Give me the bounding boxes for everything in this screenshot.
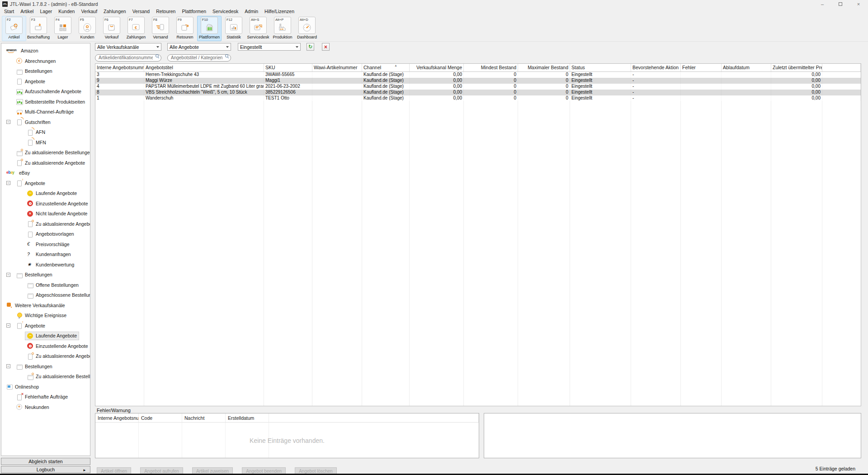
sidebar-section-weitere-verkaufskan-le[interactable]: Weitere Verkaufskanäle (1, 300, 90, 311)
sidebar-item-wichtige-ereignisse[interactable]: Wichtige Ereignisse (1, 310, 90, 321)
sidebar-item-laufende-angebote[interactable]: ···Laufende Angebote (1, 331, 90, 341)
sidebar-item-zu-aktualisierende-bestellungen[interactable]: Zu aktualisierende Bestellungen (1, 371, 90, 382)
ribbon-statistik-button[interactable]: F12 Statistik (222, 16, 246, 41)
menu-item-artikel[interactable]: Artikel (17, 8, 37, 14)
offers-filter-dropdown[interactable]: Alle Angebote (167, 43, 231, 51)
sidebar-item-zu-aktualisierende-bestellungen[interactable]: Zu aktualisierende Bestellungen (1, 147, 90, 158)
ribbon-plattformen-button[interactable]: F10 Plattformen (197, 16, 222, 41)
ribbon-servicedesk-button[interactable]: Alt+S Servicedesk (246, 16, 270, 41)
sidebar-section-onlineshop[interactable]: Onlineshop (1, 382, 90, 392)
ribbon-artikel-button[interactable]: F2 Artikel (2, 16, 26, 41)
ribbon-zahlungen-button[interactable]: F7 € Zahlungen (124, 16, 148, 41)
close-button[interactable]: × (855, 1, 862, 7)
sidebar-item-zu-aktualisierende-angebote[interactable]: Zu aktualisierende Angebote (1, 351, 90, 361)
ribbon-dashboard-button[interactable]: Alt+D Dashboard (295, 16, 319, 41)
column-header-verkaufskanal-menge[interactable]: Verkaufskanal Menge (410, 64, 464, 71)
column-header-channel[interactable]: Channel▲ (362, 64, 410, 71)
sidebar-item-laufende-angebote[interactable]: ···Laufende Angebote (1, 188, 90, 199)
table-row[interactable]: 1WanderschuhTEST1 OttoKaufland.de (Stage… (95, 95, 861, 101)
menu-item-servicedesk[interactable]: Servicedesk (209, 8, 241, 14)
offer-title-search-input[interactable] (167, 54, 231, 62)
menu-item-verkauf[interactable]: Verkauf (78, 8, 100, 14)
ribbon-versand-button[interactable]: F8 Versand (148, 16, 173, 41)
error-column-header-interne-angebotsnummer[interactable]: Interne Angebotsnummer (95, 413, 139, 422)
sidebar-item-angebote[interactable]: −↑Angebote (1, 321, 90, 331)
sidebar-item-zu-aktualisierende-angebote[interactable]: Zu aktualisierende Angebote (1, 158, 90, 168)
table-row[interactable]: 8VBS Streichholzschachteln "Weiß", 5 cm,… (95, 90, 861, 95)
ribbon-verkauf-button[interactable]: F6 Verkauf (99, 16, 124, 41)
column-header-mindest-bestand[interactable]: Mindest Bestand (464, 64, 518, 71)
ribbon-retouren-button[interactable]: F9 Retouren (173, 16, 197, 41)
collapse-expander-icon[interactable]: − (6, 273, 10, 277)
sidebar-item-afn[interactable]: AFN (1, 127, 90, 138)
sidebar-item-angebote[interactable]: Angebote (1, 76, 90, 87)
menu-item-retouren[interactable]: Retouren (153, 8, 179, 14)
menu-item-start[interactable]: Start (1, 8, 17, 14)
error-column-header-code[interactable]: Code (139, 413, 182, 422)
sidebar-item-angebote[interactable]: −↑Angebote (1, 178, 90, 189)
sidebar-item-bestellungen[interactable]: −Bestellungen (1, 361, 90, 372)
sidebar-item-multi-channel-auftr-ge[interactable]: Multi-Channel-Aufträge (1, 107, 90, 117)
sidebar-item-angebotsvorlagen[interactable]: Angebotsvorlagen (1, 229, 90, 239)
error-column-header-nachricht[interactable]: Nachricht (182, 413, 226, 422)
ribbon-lager-button[interactable]: F4 Lager (51, 16, 75, 41)
sidebar-item-zu-aktualisierende-angebote[interactable]: Zu aktualisierende Angebote (1, 219, 90, 229)
column-header-maximaler-bestand[interactable]: Maximaler Bestand (518, 64, 570, 71)
menu-item-plattformen[interactable]: Plattformen (179, 8, 209, 14)
menu-item-admin[interactable]: Admin (241, 8, 261, 14)
sidebar-item-einzustellende-angebote[interactable]: Einzustellende Angebote (1, 199, 90, 209)
sidebar-item-einzustellende-angebote[interactable]: Einzustellende Angebote (1, 341, 90, 352)
column-header-ablaufdatum[interactable]: Ablaufdatum (722, 64, 771, 71)
sidebar-item-bestellungen[interactable]: Bestellungen (1, 66, 90, 76)
ribbon-produktion-button[interactable]: Alt+P Produktion (270, 16, 295, 41)
refresh-button[interactable]: ↻ (307, 43, 314, 51)
sidebar-item-kundenanfragen[interactable]: ?Kundenanfragen (1, 249, 90, 260)
clear-filter-button[interactable]: × (322, 43, 330, 51)
collapse-expander-icon[interactable]: − (6, 181, 10, 185)
sidebar-item-kundenbewertung[interactable]: ★Kundenbewertung (1, 260, 90, 270)
menu-item-kunden[interactable]: Kunden (55, 8, 78, 14)
column-header-zuletzt-bermittelter-preis[interactable]: Zuletzt übermittelter Preis (771, 64, 822, 71)
error-column-header-erstelldatum[interactable]: Erstelldatum (226, 413, 269, 422)
sidebar-item-mfn[interactable]: MFN (1, 138, 90, 148)
sidebar-section-amazon[interactable]: amazonAmazon (1, 46, 90, 56)
column-header-bevorstehende-aktion[interactable]: Bevorstehende Aktion (631, 64, 681, 71)
table-row[interactable]: 4PAPSTAR Mülleimerbeutel LDPE mit Zugban… (95, 84, 861, 90)
maximize-button[interactable] (837, 1, 844, 7)
sidebar-item-bestellungen[interactable]: −Bestellungen (1, 270, 90, 280)
logbook-button[interactable]: Logbuch► (1, 466, 90, 473)
table-row[interactable]: 9Maggi WürzeMaggi1Kaufland.de (Stage)0,0… (95, 78, 861, 84)
column-header-angebotstitel[interactable]: Angebotstitel (144, 64, 264, 71)
sidebar-item-abgeschlossene-bestellungen[interactable]: Abgeschlossene Bestellungen (1, 290, 90, 300)
sidebar-section-ebay[interactable]: ebayeBay (1, 168, 90, 178)
menu-item-versand[interactable]: Versand (129, 8, 153, 14)
collapse-expander-icon[interactable]: − (6, 120, 10, 124)
sidebar-item-preisvorschl-ge[interactable]: €Preisvorschläge (1, 239, 90, 250)
sidebar-item-aufzuschaltende-angebote[interactable]: Aufzuschaltende Angebote (1, 86, 90, 97)
sidebar-item-offene-bestellungen[interactable]: Offene Bestellungen (1, 280, 90, 290)
sidebar-item-neukunden[interactable]: +Neukunden (1, 402, 90, 413)
column-header-fehler[interactable]: Fehler (681, 64, 722, 71)
sidebar-item-fehlerhafte-auftr-ge[interactable]: ×Fehlerhafte Aufträge (1, 392, 90, 402)
collapse-expander-icon[interactable]: − (6, 364, 10, 368)
ribbon-beschaffung-button[interactable]: F3 Beschaffung (26, 16, 51, 41)
article-id-search-input[interactable] (95, 54, 161, 62)
menu-item-zahlungen[interactable]: Zahlungen (100, 8, 129, 14)
status-filter-dropdown[interactable]: Eingestellt (238, 43, 301, 51)
column-header-wawi-artikelnummer[interactable]: Wawi-Artikelnummer (312, 64, 362, 71)
column-header-sku[interactable]: SKU (264, 64, 312, 71)
column-header-status[interactable]: Status (570, 64, 631, 71)
table-row[interactable]: 3Herren-Trekkingschuhe 433WAWI-55665Kauf… (95, 72, 861, 78)
menu-item-lager[interactable]: Lager (37, 8, 55, 14)
ribbon-kunden-button[interactable]: F5 Kunden (75, 16, 99, 41)
sidebar-item-abrechnungen[interactable]: €Abrechnungen (1, 56, 90, 66)
minimize-button[interactable]: – (819, 1, 826, 7)
sync-start-button[interactable]: Abgleich starten (1, 458, 90, 465)
menu-item-hilfe-lizenzen[interactable]: Hilfe/Lizenzen (261, 8, 297, 14)
saleschannel-dropdown[interactable]: Alle Verkaufskanäle (95, 43, 161, 51)
collapse-expander-icon[interactable]: − (6, 323, 10, 328)
sidebar-item-selbsterstellte-produktseiten[interactable]: Selbsterstellte Produktseiten (1, 97, 90, 107)
sidebar-item-nicht-laufende-angebote[interactable]: ×Nicht laufende Angebote (1, 209, 90, 219)
sidebar-item-gutschriften[interactable]: −Gutschriften (1, 117, 90, 128)
column-header-interne-angebotsnummer[interactable]: Interne Angebotsnummer (95, 64, 144, 71)
